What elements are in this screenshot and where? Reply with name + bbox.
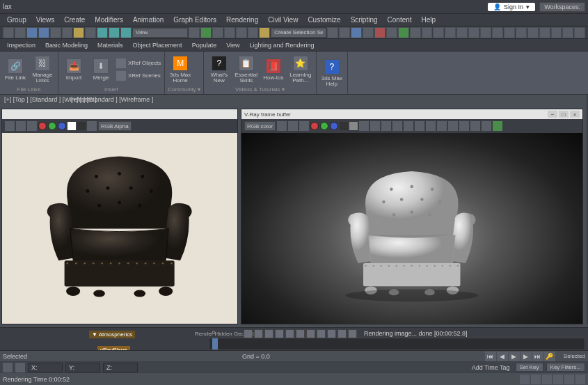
- qat-undo-icon[interactable]: [3, 27, 14, 38]
- maxscript-icon[interactable]: [3, 363, 13, 372]
- qat-tool-15-icon[interactable]: [574, 27, 585, 38]
- vfb-stamp-icon[interactable]: [482, 121, 491, 131]
- vfb-clear-icon[interactable]: [299, 121, 309, 131]
- qat-rotate-icon[interactable]: [109, 27, 120, 38]
- key-filters-button[interactable]: Key Filters...: [546, 363, 585, 372]
- workspaces-dropdown[interactable]: Workspaces:: [539, 2, 585, 12]
- menu-content[interactable]: Content: [383, 15, 416, 25]
- vfb-stat-1-icon[interactable]: [244, 329, 253, 338]
- qat-material-editor-icon[interactable]: [363, 27, 374, 38]
- x-coord-field[interactable]: X:: [28, 363, 63, 372]
- vfb-tool-6-icon[interactable]: [415, 121, 424, 131]
- vfb-tool-4-icon[interactable]: [392, 121, 402, 131]
- track-atmospherics-label[interactable]: ▼ Atmospherics: [89, 331, 135, 338]
- menu-graph-editors[interactable]: Graph Editors: [169, 15, 221, 25]
- vfb-stat-11-icon[interactable]: [348, 329, 357, 338]
- merge-button[interactable]: ⬇ Merge: [88, 53, 113, 86]
- menu-views[interactable]: Views: [32, 15, 59, 25]
- qat-redo-icon[interactable]: [15, 27, 26, 38]
- qat-tool-6-icon[interactable]: [468, 27, 479, 38]
- next-frame-icon[interactable]: ▶: [521, 352, 532, 361]
- import-button[interactable]: 📥 Import: [61, 53, 86, 86]
- xref-objects-button[interactable]: XRef Objects: [116, 58, 161, 69]
- menu-customize[interactable]: Customize: [303, 15, 344, 25]
- qat-tool-1-icon[interactable]: [410, 27, 421, 38]
- vfb-stat-9-icon[interactable]: [327, 329, 336, 338]
- whats-new-button[interactable]: ? What's New: [207, 53, 232, 86]
- menu-create[interactable]: Create: [60, 15, 89, 25]
- ribbon-tab-object-placement[interactable]: Object Placement: [129, 40, 186, 50]
- menu-help[interactable]: Help: [418, 15, 440, 25]
- maximize-icon[interactable]: □: [559, 111, 569, 118]
- qat-layer-icon[interactable]: [327, 27, 338, 38]
- clear-icon[interactable]: [87, 121, 97, 131]
- vfb-load-icon[interactable]: [288, 121, 298, 131]
- blue-channel-icon[interactable]: [58, 122, 66, 130]
- qat-select-icon[interactable]: [62, 27, 73, 38]
- rgb-alpha-dropdown[interactable]: RGB Alpha: [98, 121, 132, 131]
- qat-named-selection-icon[interactable]: [259, 27, 270, 38]
- qat-tool-5-icon[interactable]: [456, 27, 468, 38]
- rgb-color-dropdown[interactable]: RGB color: [244, 121, 276, 131]
- qat-tool-11-icon[interactable]: [527, 27, 539, 38]
- red-channel-icon[interactable]: [38, 122, 47, 130]
- qat-tool-13-icon[interactable]: [551, 27, 562, 38]
- menu-group[interactable]: Group: [3, 15, 31, 25]
- set-key-button[interactable]: Set Key: [516, 363, 543, 372]
- ribbon-tab-materials[interactable]: Materials: [93, 40, 127, 50]
- vfb-stat-8-icon[interactable]: [317, 329, 326, 338]
- timeline-cursor[interactable]: [212, 338, 218, 349]
- save-icon[interactable]: [5, 121, 15, 131]
- viewport-label-2[interactable]: [+] [ ] [Standard ] [Wireframe ]: [71, 96, 153, 103]
- menu-scripting[interactable]: Scripting: [347, 15, 382, 25]
- file-link-button[interactable]: 🔗 File Link: [3, 53, 28, 86]
- vfb-stat-7-icon[interactable]: [306, 329, 315, 338]
- zoom-region-icon[interactable]: [553, 375, 563, 384]
- qat-tool-8-icon[interactable]: [492, 27, 503, 38]
- vfb-stat-10-icon[interactable]: [337, 329, 347, 338]
- prev-frame-icon[interactable]: ◀: [497, 352, 508, 361]
- qat-snap-icon[interactable]: [189, 27, 200, 38]
- vfb-tool-3-icon[interactable]: [381, 121, 391, 131]
- maximize-viewport-icon[interactable]: [575, 375, 585, 384]
- qat-percent-snap-icon[interactable]: [236, 27, 247, 38]
- vfb-tool-5-icon[interactable]: [404, 121, 413, 131]
- orbit-icon[interactable]: [564, 375, 574, 384]
- reference-image-window[interactable]: RGB Alpha: [1, 109, 238, 324]
- menu-civil-view[interactable]: Civil View: [264, 15, 302, 25]
- vfb-track-mouse-icon[interactable]: [437, 121, 447, 131]
- vfb-tool-2-icon[interactable]: [370, 121, 380, 131]
- qat-spinner-snap-icon[interactable]: [248, 27, 259, 38]
- vfb-save-icon[interactable]: [277, 121, 287, 131]
- vfb-stat-6-icon[interactable]: [296, 329, 305, 338]
- vfb-history-icon[interactable]: [448, 121, 458, 131]
- render-frame-window[interactable]: V-Ray frame buffer − □ × RGB color: [241, 109, 583, 324]
- qat-scale-icon[interactable]: [120, 27, 132, 38]
- essential-skills-button[interactable]: 📋 Essential Skills: [234, 53, 259, 86]
- qat-select-region-icon[interactable]: [73, 27, 84, 38]
- vfb-red-icon[interactable]: [310, 122, 319, 130]
- vfb-stat-4-icon[interactable]: [275, 329, 284, 338]
- menu-animation[interactable]: Animation: [129, 15, 168, 25]
- vfb-stat-3-icon[interactable]: [264, 329, 273, 338]
- selection-set-dropdown[interactable]: [271, 28, 326, 38]
- xref-scenes-button[interactable]: XRef Scenes: [116, 70, 161, 81]
- qat-tool-7-icon[interactable]: [480, 27, 491, 38]
- vfb-mono-icon[interactable]: [349, 122, 358, 130]
- how-tos-button[interactable]: 📕 How-tos: [261, 53, 286, 86]
- add-time-tag-button[interactable]: Add Time Tag: [472, 364, 510, 371]
- manage-links-button[interactable]: ⛓ Manage Links: [30, 53, 55, 86]
- vfb-blue-icon[interactable]: [330, 122, 338, 130]
- qat-render-setup-icon[interactable]: [374, 27, 386, 38]
- vfb-region-icon[interactable]: [426, 121, 436, 131]
- zoom-extents-icon[interactable]: [542, 375, 552, 384]
- clone-icon[interactable]: [27, 121, 37, 131]
- qat-move-icon[interactable]: [97, 27, 108, 38]
- vfb-lens-icon[interactable]: [470, 121, 480, 131]
- menu-modifiers[interactable]: Modifiers: [90, 15, 127, 25]
- vfb-cc-icon[interactable]: [459, 121, 469, 131]
- mono-channel-icon[interactable]: [77, 122, 86, 130]
- play-icon[interactable]: ▶: [509, 352, 520, 361]
- reference-window-title[interactable]: [2, 109, 237, 119]
- qat-curve-editor-icon[interactable]: [339, 27, 350, 38]
